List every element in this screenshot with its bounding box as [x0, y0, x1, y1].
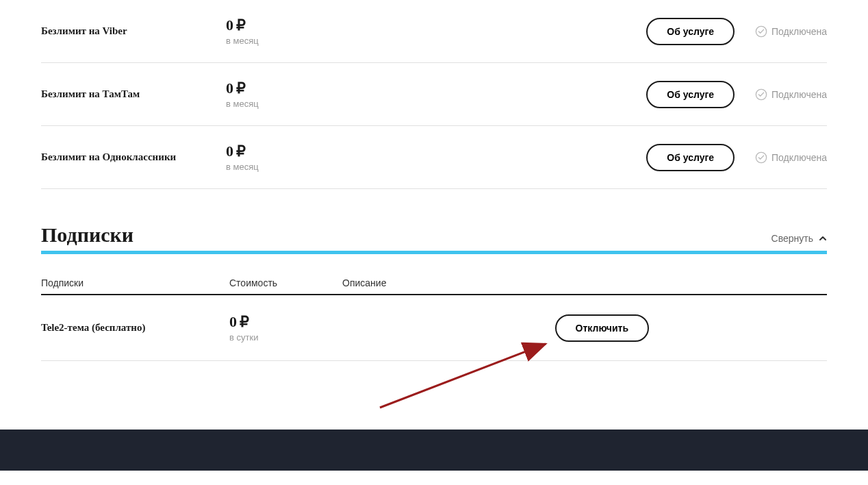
th-cost: Стоимость: [229, 277, 342, 288]
subscription-name: Tele2-тема (бесплатно): [41, 322, 229, 334]
currency: ₽: [236, 79, 246, 97]
price-amount: 0: [229, 313, 237, 330]
check-circle-icon: [755, 88, 767, 101]
price-period: в сутки: [229, 332, 342, 343]
status-badge: Подключена: [755, 151, 827, 164]
price-amount: 0: [226, 142, 233, 160]
about-service-button[interactable]: Об услуге: [646, 81, 735, 108]
price-amount: 0: [226, 16, 233, 34]
price-period: в месяц: [226, 162, 646, 172]
currency: ₽: [240, 313, 249, 330]
th-desc: Описание: [342, 277, 827, 288]
price-period: в месяц: [226, 99, 646, 109]
service-name: Безлимит на ТамТам: [41, 88, 226, 100]
currency: ₽: [236, 16, 246, 34]
collapse-label: Свернуть: [771, 233, 813, 244]
service-row: Безлимит на Одноклассники 0 ₽ в месяц Об…: [41, 126, 827, 189]
section-title: Подписки: [41, 223, 133, 247]
subscription-price: 0 ₽ в сутки: [229, 313, 342, 343]
status-text: Подключена: [771, 89, 827, 100]
about-service-button[interactable]: Об услуге: [646, 144, 735, 171]
service-price: 0 ₽ в месяц: [226, 16, 646, 46]
service-row: Безлимит на ТамТам 0 ₽ в месяц Об услуге…: [41, 63, 827, 126]
service-price: 0 ₽ в месяц: [226, 142, 646, 172]
check-circle-icon: [755, 151, 767, 164]
th-name: Подписки: [41, 277, 229, 288]
status-badge: Подключена: [755, 88, 827, 101]
status-badge: Подключена: [755, 25, 827, 38]
service-name: Безлимит на Одноклассники: [41, 151, 226, 163]
status-text: Подключена: [771, 152, 827, 163]
subscription-row: Tele2-тема (бесплатно) 0 ₽ в сутки Отклю…: [41, 295, 827, 361]
price-period: в месяц: [226, 36, 646, 46]
about-service-button[interactable]: Об услуге: [646, 18, 735, 45]
table-header: Подписки Стоимость Описание: [41, 268, 827, 295]
price-amount: 0: [226, 79, 233, 97]
chevron-up-icon: [819, 234, 827, 242]
collapse-toggle[interactable]: Свернуть: [771, 233, 827, 244]
service-name: Безлимит на Viber: [41, 25, 226, 37]
service-price: 0 ₽ в месяц: [226, 79, 646, 109]
currency: ₽: [236, 142, 246, 160]
service-row: Безлимит на Viber 0 ₽ в месяц Об услуге …: [41, 0, 827, 63]
section-header: Подписки Свернуть: [41, 223, 827, 254]
page-footer: [0, 430, 868, 471]
disable-button[interactable]: Отключить: [555, 314, 649, 342]
status-text: Подключена: [771, 26, 827, 37]
check-circle-icon: [755, 25, 767, 38]
